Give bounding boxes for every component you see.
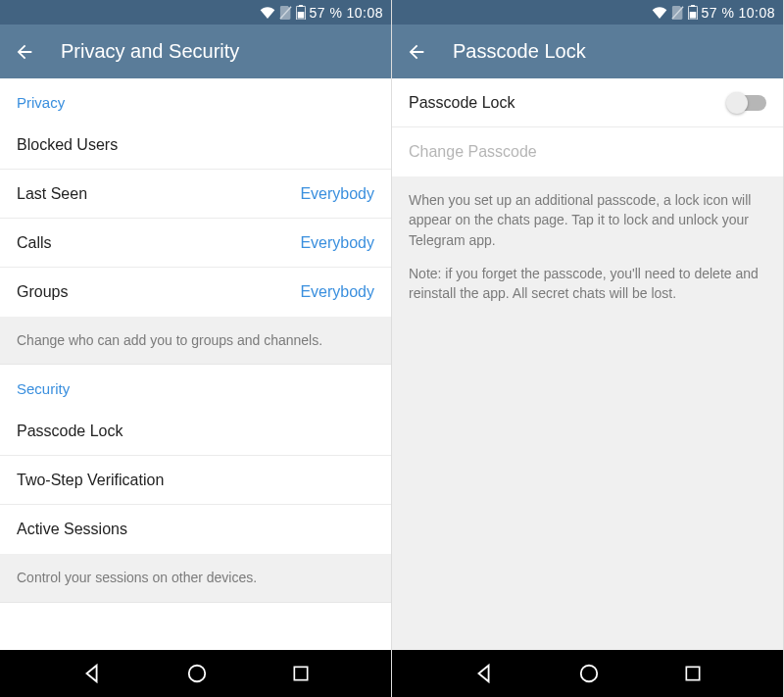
row-label: Change Passcode (409, 143, 537, 161)
sessions-footer-note: Control your sessions on other devices. (0, 554, 391, 602)
row-label: Calls (17, 234, 52, 252)
svg-rect-8 (691, 5, 695, 7)
status-bar: 57 % 10:08 (0, 0, 391, 25)
section-header-privacy: Privacy (0, 78, 391, 121)
nav-bar (0, 650, 391, 697)
clock: 10:08 (346, 5, 383, 21)
svg-rect-5 (294, 667, 307, 679)
battery-icon (688, 5, 698, 20)
no-sim-icon (671, 6, 684, 20)
page-title: Privacy and Security (61, 40, 239, 63)
app-bar: Passcode Lock (392, 25, 783, 78)
content-scroll: Passcode Lock Change Passcode When you s… (392, 78, 783, 650)
battery-percent: 57 % (702, 5, 735, 21)
svg-rect-11 (686, 667, 699, 679)
page-title: Passcode Lock (453, 40, 586, 63)
battery-icon (296, 5, 306, 20)
row-label: Passcode Lock (409, 94, 515, 112)
row-blocked-users[interactable]: Blocked Users (0, 121, 391, 170)
back-arrow-icon[interactable] (406, 41, 427, 63)
row-value: Everybody (300, 185, 374, 203)
content-scroll: Privacy Blocked Users Last Seen Everybod… (0, 78, 391, 650)
row-label: Blocked Users (17, 136, 118, 154)
passcode-info-block: When you set up an additional passcode, … (392, 176, 783, 650)
row-label: Passcode Lock (17, 423, 123, 440)
no-sim-icon (279, 6, 292, 20)
row-last-seen[interactable]: Last Seen Everybody (0, 170, 391, 219)
row-value: Everybody (300, 283, 374, 301)
nav-back-icon[interactable] (81, 663, 103, 684)
battery-percent: 57 % (310, 5, 343, 21)
svg-rect-2 (299, 5, 303, 7)
wifi-icon (652, 6, 667, 20)
groups-footer-note: Change who can add you to groups and cha… (0, 317, 391, 365)
nav-back-icon[interactable] (473, 663, 495, 684)
passcode-info-text: When you set up an additional passcode, … (392, 176, 783, 317)
nav-recent-icon[interactable] (291, 664, 311, 683)
row-calls[interactable]: Calls Everybody (0, 219, 391, 268)
nav-home-icon[interactable] (578, 663, 600, 684)
nav-recent-icon[interactable] (683, 664, 703, 683)
svg-point-4 (188, 666, 205, 682)
info-paragraph-1: When you set up an additional passcode, … (409, 190, 766, 250)
phone-right: 57 % 10:08 Passcode Lock Passcode Lock C… (392, 0, 784, 697)
svg-rect-9 (689, 12, 696, 19)
toggle-switch[interactable] (729, 95, 766, 111)
app-bar: Privacy and Security (0, 25, 391, 78)
nav-home-icon[interactable] (186, 663, 208, 684)
phone-left: 57 % 10:08 Privacy and Security Privacy … (0, 0, 392, 697)
row-two-step-verification[interactable]: Two-Step Verification (0, 456, 391, 505)
row-passcode-lock[interactable]: Passcode Lock (0, 407, 391, 456)
row-label: Last Seen (17, 185, 87, 203)
row-label: Groups (17, 283, 68, 301)
clock: 10:08 (738, 5, 775, 21)
svg-point-10 (580, 666, 597, 682)
status-bar: 57 % 10:08 (392, 0, 783, 25)
section-header-security: Security (0, 365, 391, 407)
row-label: Two-Step Verification (17, 472, 164, 489)
row-groups[interactable]: Groups Everybody (0, 268, 391, 317)
row-value: Everybody (300, 234, 374, 252)
row-change-passcode: Change Passcode (392, 127, 783, 176)
row-label: Active Sessions (17, 521, 127, 538)
back-arrow-icon[interactable] (14, 41, 35, 63)
nav-bar (392, 650, 783, 697)
row-passcode-toggle[interactable]: Passcode Lock (392, 78, 783, 127)
wifi-icon (260, 6, 275, 20)
info-paragraph-2: Note: if you forget the passcode, you'll… (409, 264, 766, 304)
svg-rect-3 (297, 12, 304, 19)
row-active-sessions[interactable]: Active Sessions (0, 505, 391, 554)
